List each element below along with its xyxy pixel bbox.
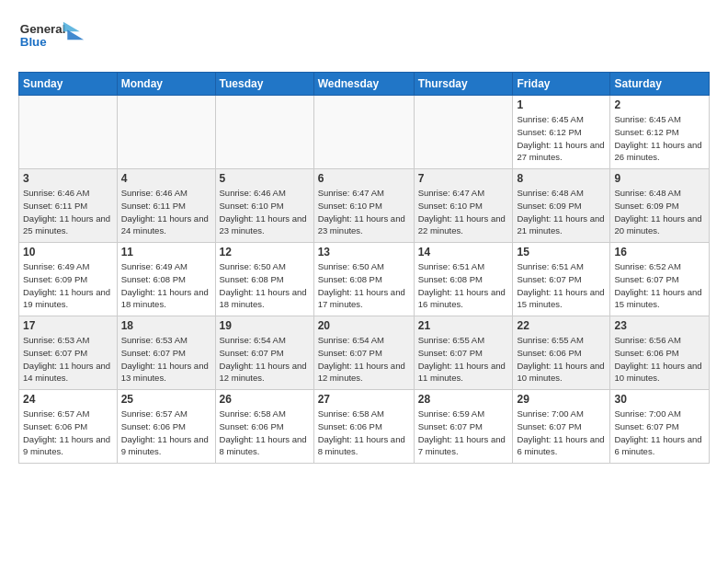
calendar-cell: 2Sunrise: 6:45 AM Sunset: 6:12 PM Daylig… xyxy=(610,96,710,169)
day-number: 16 xyxy=(614,246,705,259)
calendar-cell: 12Sunrise: 6:50 AM Sunset: 6:08 PM Dayli… xyxy=(215,243,313,316)
calendar-cell: 16Sunrise: 6:52 AM Sunset: 6:07 PM Dayli… xyxy=(610,243,710,316)
calendar-week-row: 1Sunrise: 6:45 AM Sunset: 6:12 PM Daylig… xyxy=(19,96,710,169)
day-info: Sunrise: 6:58 AM Sunset: 6:06 PM Dayligh… xyxy=(220,408,310,458)
day-info: Sunrise: 7:00 AM Sunset: 6:07 PM Dayligh… xyxy=(614,408,705,458)
day-number: 3 xyxy=(23,172,113,185)
day-number: 1 xyxy=(517,98,606,111)
day-number: 20 xyxy=(318,319,410,332)
calendar-header-wednesday: Wednesday xyxy=(313,73,414,96)
day-number: 27 xyxy=(318,393,410,406)
day-number: 14 xyxy=(418,246,509,259)
day-info: Sunrise: 6:47 AM Sunset: 6:10 PM Dayligh… xyxy=(418,187,509,237)
day-info: Sunrise: 6:49 AM Sunset: 6:08 PM Dayligh… xyxy=(121,260,211,311)
calendar-week-row: 24Sunrise: 6:57 AM Sunset: 6:06 PM Dayli… xyxy=(19,390,710,464)
calendar-cell: 3Sunrise: 6:46 AM Sunset: 6:11 PM Daylig… xyxy=(19,169,118,243)
day-number: 22 xyxy=(517,319,606,332)
day-number: 5 xyxy=(220,172,310,185)
calendar-cell: 11Sunrise: 6:49 AM Sunset: 6:08 PM Dayli… xyxy=(117,243,215,316)
calendar-header-thursday: Thursday xyxy=(414,73,513,96)
day-number: 18 xyxy=(121,319,211,332)
day-number: 13 xyxy=(318,246,410,259)
calendar-cell: 7Sunrise: 6:47 AM Sunset: 6:10 PM Daylig… xyxy=(414,169,513,243)
logo: General Blue xyxy=(18,15,92,61)
day-number: 7 xyxy=(418,172,509,185)
day-info: Sunrise: 6:50 AM Sunset: 6:08 PM Dayligh… xyxy=(220,260,310,311)
calendar-header-saturday: Saturday xyxy=(610,73,710,96)
calendar-cell: 23Sunrise: 6:56 AM Sunset: 6:06 PM Dayli… xyxy=(610,316,710,390)
calendar-header-friday: Friday xyxy=(513,73,610,96)
calendar-cell: 4Sunrise: 6:46 AM Sunset: 6:11 PM Daylig… xyxy=(117,169,215,243)
calendar-cell: 29Sunrise: 7:00 AM Sunset: 6:07 PM Dayli… xyxy=(513,390,610,464)
day-info: Sunrise: 6:45 AM Sunset: 6:12 PM Dayligh… xyxy=(614,113,705,164)
day-number: 6 xyxy=(318,172,410,185)
calendar-cell: 1Sunrise: 6:45 AM Sunset: 6:12 PM Daylig… xyxy=(513,96,610,169)
day-info: Sunrise: 6:46 AM Sunset: 6:10 PM Dayligh… xyxy=(220,187,310,237)
day-info: Sunrise: 6:48 AM Sunset: 6:09 PM Dayligh… xyxy=(517,187,606,237)
calendar-cell: 20Sunrise: 6:54 AM Sunset: 6:07 PM Dayli… xyxy=(313,316,414,390)
day-info: Sunrise: 6:57 AM Sunset: 6:06 PM Dayligh… xyxy=(121,408,211,458)
day-number: 11 xyxy=(121,246,211,259)
calendar-cell: 9Sunrise: 6:48 AM Sunset: 6:09 PM Daylig… xyxy=(610,169,710,243)
calendar-cell: 27Sunrise: 6:58 AM Sunset: 6:06 PM Dayli… xyxy=(313,390,414,464)
calendar-header-tuesday: Tuesday xyxy=(215,73,313,96)
day-number: 24 xyxy=(23,393,113,406)
calendar-cell: 10Sunrise: 6:49 AM Sunset: 6:09 PM Dayli… xyxy=(19,243,118,316)
calendar-cell: 8Sunrise: 6:48 AM Sunset: 6:09 PM Daylig… xyxy=(513,169,610,243)
day-info: Sunrise: 6:53 AM Sunset: 6:07 PM Dayligh… xyxy=(121,334,211,385)
calendar-cell: 6Sunrise: 6:47 AM Sunset: 6:10 PM Daylig… xyxy=(313,169,414,243)
day-number: 12 xyxy=(220,246,310,259)
calendar-cell: 30Sunrise: 7:00 AM Sunset: 6:07 PM Dayli… xyxy=(610,390,710,464)
calendar-cell: 21Sunrise: 6:55 AM Sunset: 6:07 PM Dayli… xyxy=(414,316,513,390)
calendar-cell: 19Sunrise: 6:54 AM Sunset: 6:07 PM Dayli… xyxy=(215,316,313,390)
day-info: Sunrise: 6:56 AM Sunset: 6:06 PM Dayligh… xyxy=(614,334,705,385)
calendar-cell: 24Sunrise: 6:57 AM Sunset: 6:06 PM Dayli… xyxy=(19,390,118,464)
day-info: Sunrise: 6:58 AM Sunset: 6:06 PM Dayligh… xyxy=(318,408,410,458)
day-info: Sunrise: 6:51 AM Sunset: 6:08 PM Dayligh… xyxy=(418,260,509,311)
calendar-cell xyxy=(313,96,414,169)
day-number: 26 xyxy=(220,393,310,406)
day-number: 15 xyxy=(517,246,606,259)
calendar-cell: 5Sunrise: 6:46 AM Sunset: 6:10 PM Daylig… xyxy=(215,169,313,243)
page-header: General Blue xyxy=(18,15,710,61)
day-info: Sunrise: 6:53 AM Sunset: 6:07 PM Dayligh… xyxy=(23,334,113,385)
day-info: Sunrise: 6:54 AM Sunset: 6:07 PM Dayligh… xyxy=(220,334,310,385)
day-info: Sunrise: 6:46 AM Sunset: 6:11 PM Dayligh… xyxy=(23,187,113,237)
day-info: Sunrise: 6:50 AM Sunset: 6:08 PM Dayligh… xyxy=(318,260,410,311)
calendar-cell: 13Sunrise: 6:50 AM Sunset: 6:08 PM Dayli… xyxy=(313,243,414,316)
day-info: Sunrise: 6:47 AM Sunset: 6:10 PM Dayligh… xyxy=(318,187,410,237)
day-number: 4 xyxy=(121,172,211,185)
day-info: Sunrise: 6:46 AM Sunset: 6:11 PM Dayligh… xyxy=(121,187,211,237)
calendar-table: SundayMondayTuesdayWednesdayThursdayFrid… xyxy=(18,72,710,464)
day-number: 17 xyxy=(23,319,113,332)
calendar-cell xyxy=(117,96,215,169)
day-number: 9 xyxy=(614,172,705,185)
day-info: Sunrise: 6:52 AM Sunset: 6:07 PM Dayligh… xyxy=(614,260,705,311)
day-number: 8 xyxy=(517,172,606,185)
day-info: Sunrise: 6:55 AM Sunset: 6:06 PM Dayligh… xyxy=(517,334,606,385)
day-info: Sunrise: 6:49 AM Sunset: 6:09 PM Dayligh… xyxy=(23,260,113,311)
svg-text:Blue: Blue xyxy=(20,35,47,49)
calendar-cell xyxy=(19,96,118,169)
day-info: Sunrise: 6:54 AM Sunset: 6:07 PM Dayligh… xyxy=(318,334,410,385)
day-number: 23 xyxy=(614,319,705,332)
day-number: 2 xyxy=(614,98,705,111)
day-number: 19 xyxy=(220,319,310,332)
day-number: 30 xyxy=(614,393,705,406)
calendar-cell: 15Sunrise: 6:51 AM Sunset: 6:07 PM Dayli… xyxy=(513,243,610,316)
svg-marker-2 xyxy=(63,22,80,32)
calendar-week-row: 17Sunrise: 6:53 AM Sunset: 6:07 PM Dayli… xyxy=(19,316,710,390)
day-info: Sunrise: 7:00 AM Sunset: 6:07 PM Dayligh… xyxy=(517,408,606,458)
svg-text:General: General xyxy=(20,22,66,36)
calendar-cell: 25Sunrise: 6:57 AM Sunset: 6:06 PM Dayli… xyxy=(117,390,215,464)
calendar-cell: 22Sunrise: 6:55 AM Sunset: 6:06 PM Dayli… xyxy=(513,316,610,390)
calendar-week-row: 10Sunrise: 6:49 AM Sunset: 6:09 PM Dayli… xyxy=(19,243,710,316)
day-number: 10 xyxy=(23,246,113,259)
calendar-cell xyxy=(414,96,513,169)
calendar-cell: 14Sunrise: 6:51 AM Sunset: 6:08 PM Dayli… xyxy=(414,243,513,316)
day-info: Sunrise: 6:51 AM Sunset: 6:07 PM Dayligh… xyxy=(517,260,606,311)
day-info: Sunrise: 6:55 AM Sunset: 6:07 PM Dayligh… xyxy=(418,334,509,385)
calendar-cell: 18Sunrise: 6:53 AM Sunset: 6:07 PM Dayli… xyxy=(117,316,215,390)
day-number: 25 xyxy=(121,393,211,406)
calendar-cell: 28Sunrise: 6:59 AM Sunset: 6:07 PM Dayli… xyxy=(414,390,513,464)
